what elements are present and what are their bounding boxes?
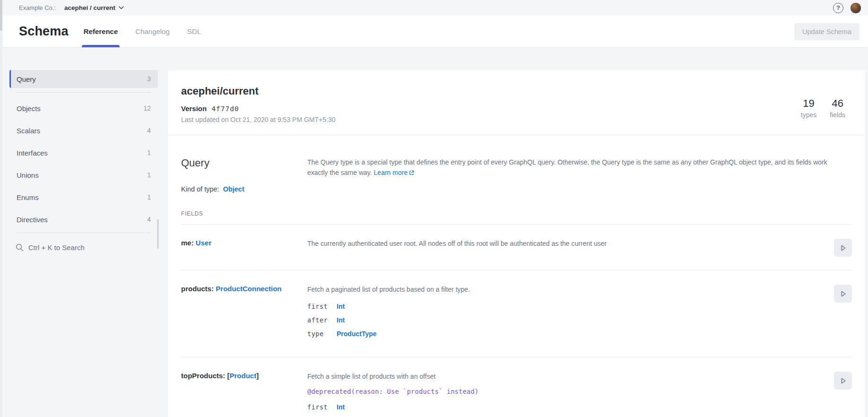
sidebar-item-scalars[interactable]: Scalars4 — [9, 122, 158, 139]
fields-section-label: FIELDS — [181, 210, 852, 225]
sidebar-item-count: 4 — [147, 127, 151, 134]
help-glyph: ? — [836, 4, 840, 11]
sidebar-item-count: 12 — [143, 104, 151, 112]
field-args: firstIntafterInttypeProductType — [307, 303, 825, 338]
field-row-me: me: UserThe currently authenticated user… — [181, 225, 852, 270]
run-in-explorer-button[interactable] — [834, 285, 852, 303]
field-arg: typeProductType — [307, 330, 825, 338]
external-link-icon — [409, 170, 414, 175]
field-args: firstInt — [307, 403, 825, 411]
sidebar-item-directives[interactable]: Directives4 — [9, 210, 158, 228]
field-description: The currently authenticated user root. A… — [307, 239, 825, 249]
type-heading: Query — [181, 157, 307, 178]
tabs: ReferenceChangelogSDL — [84, 16, 201, 47]
fields-list: me: UserThe currently authenticated user… — [181, 225, 852, 417]
field-name: products: — [181, 285, 214, 293]
search-trigger[interactable]: Ctrl + K to Search — [9, 243, 158, 252]
run-in-explorer-button[interactable] — [834, 239, 852, 257]
type-bracket-close: ] — [256, 372, 259, 380]
sidebar-item-objects[interactable]: Objects12 — [9, 99, 158, 117]
arg-type-link[interactable]: ProductType — [337, 330, 377, 338]
play-icon — [839, 290, 847, 298]
stat-types: 19types — [801, 97, 816, 119]
tab-changelog[interactable]: Changelog — [135, 16, 170, 47]
version-value: 4f77d0 — [211, 105, 239, 113]
graph-title: acephei/current — [181, 85, 852, 97]
sidebar-item-count: 1 — [147, 171, 151, 179]
stat-fields: 46fields — [830, 97, 845, 119]
sidebar-item-label: Query — [17, 75, 36, 83]
tab-reference[interactable]: Reference — [84, 16, 118, 47]
arg-name: after — [307, 316, 337, 324]
sidebar-item-label: Scalars — [17, 127, 40, 135]
schema-stats: 19types46fields — [801, 97, 845, 119]
field-type-link[interactable]: Product — [230, 372, 257, 380]
graph-picker[interactable]: acephei / current — [64, 4, 124, 11]
sidebar-items: Query3Objects12Scalars4Interfaces1Unions… — [9, 70, 158, 233]
content: Query3Objects12Scalars4Interfaces1Unions… — [0, 48, 868, 417]
chevron-down-icon — [119, 6, 124, 9]
search-icon — [16, 243, 24, 252]
sidebar-item-label: Enums — [17, 193, 39, 201]
tab-sdl[interactable]: SDL — [187, 16, 201, 47]
help-icon[interactable]: ? — [833, 3, 843, 13]
field-description: Fetch a paginated list of products based… — [307, 285, 825, 295]
topbar-right: ? — [833, 2, 861, 14]
arg-type-link[interactable]: Int — [337, 303, 345, 310]
field-type-link[interactable]: User — [196, 239, 211, 247]
sidebar-scrollbar-thumb[interactable] — [157, 219, 159, 249]
field-arg: afterInt — [307, 316, 825, 324]
header: Schema ReferenceChangelogSDL Update Sche… — [0, 16, 868, 48]
sidebar: Query3Objects12Scalars4Interfaces1Unions… — [9, 70, 158, 252]
left-scrollbar-track[interactable] — [0, 16, 2, 417]
sidebar-divider — [17, 233, 151, 233]
stat-label: fields — [830, 111, 845, 119]
sidebar-item-count: 1 — [147, 193, 151, 201]
org-label: Example Co.: — [19, 4, 56, 11]
sidebar-item-enums[interactable]: Enums1 — [9, 188, 158, 206]
type-description: The Query type is a special type that de… — [307, 157, 849, 178]
play-icon — [839, 377, 847, 385]
schema-card: acephei/current Version 4f77d0 Last upda… — [168, 70, 865, 417]
update-schema-button[interactable]: Update Schema — [794, 23, 859, 40]
search-hint: Ctrl + K to Search — [28, 243, 85, 252]
field-row-topProducts: topProducts: [Product]Fetch a simple lis… — [181, 357, 852, 417]
kind-value-link[interactable]: Object — [223, 185, 244, 193]
kind-of-type-line: Kind of type: Object — [181, 185, 852, 193]
field-details: The currently authenticated user root. A… — [307, 239, 825, 257]
sidebar-item-query[interactable]: Query3 — [9, 70, 158, 88]
stat-value: 19 — [801, 97, 816, 110]
sidebar-item-count: 1 — [147, 149, 151, 156]
arg-type-link[interactable]: Int — [337, 316, 345, 324]
field-arg: firstInt — [307, 403, 825, 411]
schema-card-header: acephei/current Version 4f77d0 Last upda… — [168, 70, 865, 135]
sidebar-item-interfaces[interactable]: Interfaces1 — [9, 144, 158, 162]
field-arg: firstInt — [307, 303, 825, 310]
field-row-products: products: ProductConnectionFetch a pagin… — [181, 270, 852, 357]
run-in-explorer-button[interactable] — [834, 372, 852, 390]
sidebar-item-count: 3 — [147, 75, 151, 83]
sidebar-item-label: Interfaces — [17, 149, 48, 157]
version-label: Version — [181, 104, 207, 113]
kind-label: Kind of type: — [181, 185, 219, 193]
field-description: Fetch a simple list of products with an … — [307, 372, 825, 382]
field-signature: topProducts: [Product] — [181, 372, 307, 417]
sidebar-item-label: Unions — [17, 171, 39, 179]
field-type-link[interactable]: ProductConnection — [216, 285, 281, 293]
type-summary-row: Query The Query type is a special type t… — [181, 157, 852, 178]
avatar[interactable] — [850, 2, 861, 14]
topbar: Example Co.: acephei / current ? — [0, 0, 868, 16]
sidebar-divider — [17, 92, 151, 93]
query-section: Query The Query type is a special type t… — [168, 135, 865, 417]
field-name: me: — [181, 239, 194, 247]
learn-more-link[interactable]: Learn more — [374, 169, 415, 176]
field-signature: products: ProductConnection — [181, 285, 307, 344]
field-name: topProducts: — [181, 372, 225, 380]
arg-type-link[interactable]: Int — [337, 403, 345, 411]
sidebar-item-unions[interactable]: Unions1 — [9, 166, 158, 184]
field-details: Fetch a simple list of products with an … — [307, 372, 825, 417]
field-signature: me: User — [181, 239, 307, 257]
version-line: Version 4f77d0 — [181, 104, 852, 113]
sidebar-item-label: Directives — [17, 216, 48, 224]
left-scrollbar-thumb[interactable] — [0, 0, 2, 31]
